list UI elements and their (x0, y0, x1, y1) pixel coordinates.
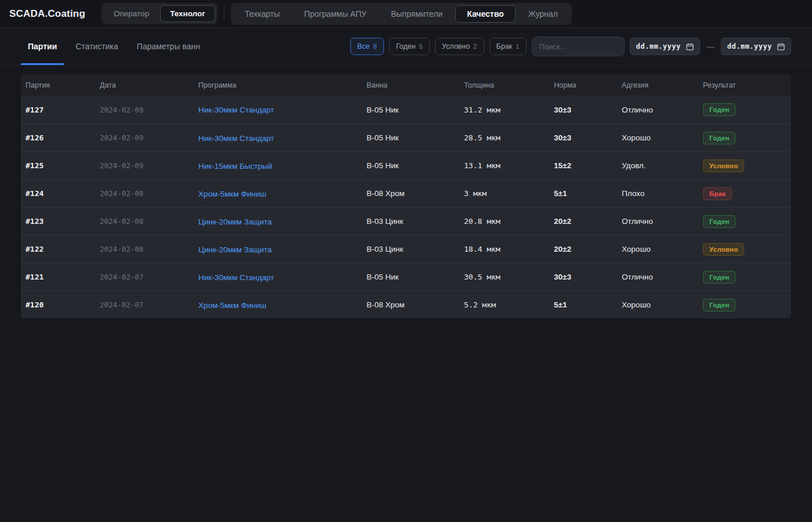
bath-name: В-08 Хром (367, 300, 464, 309)
program-link[interactable]: Ник-30мкм Стандарт (198, 106, 274, 114)
date-from-input[interactable]: dd.mm.yyyy (630, 38, 700, 55)
filter-reject-label: Брак (496, 42, 513, 50)
col-bath: Ванна (367, 81, 464, 89)
quality-subtabs: Партии Статистика Параметры ванн (21, 28, 212, 65)
tab-batches[interactable]: Партии (21, 28, 64, 65)
nav-apu-programs[interactable]: Программы АПУ (292, 5, 378, 23)
norm-value: 15±2 (554, 161, 622, 170)
adhesion-value: Хорошо (622, 133, 703, 142)
date-range-separator: — (705, 42, 716, 51)
batch-id: #120 (26, 300, 100, 309)
col-norm: Норма (554, 81, 622, 89)
thickness-value: 18.4 мкм (464, 245, 554, 253)
filter-pass-count: 5 (419, 43, 422, 50)
batch-date: 2024-02-09 (100, 161, 198, 170)
result-badge: Условно (703, 160, 744, 172)
filter-all-count: 8 (373, 43, 376, 50)
col-adhesion: Адгезия (622, 81, 703, 89)
batch-date: 2024-02-09 (100, 106, 198, 114)
thickness-value: 13.1 мкм (464, 161, 554, 170)
col-thickness: Толщина (464, 81, 554, 89)
thickness-value: 30.5 мкм (464, 273, 554, 281)
norm-value: 20±2 (554, 217, 622, 226)
batch-id: #123 (26, 217, 100, 226)
filter-controls: Все 8 Годен 5 Условно 2 Брак 1 dd.mm.yyy… (350, 28, 791, 65)
batch-id: #125 (26, 161, 100, 170)
batch-id: #126 (26, 133, 100, 142)
batch-id: #122 (26, 245, 100, 253)
program-link[interactable]: Цинк-20мкм Защита (198, 245, 271, 254)
topbar: SCADA.Coating Оператор Технолог Техкарты… (0, 0, 812, 28)
nav-techcards[interactable]: Техкарты (233, 5, 291, 23)
batch-date: 2024-02-09 (100, 133, 198, 142)
nav-journal[interactable]: Журнал (517, 5, 570, 23)
content: Партия Дата Программа Ванна Толщина Норм… (0, 74, 812, 318)
result-badge: Брак (703, 187, 732, 200)
calendar-icon (686, 43, 694, 50)
program-link[interactable]: Ник-30мкм Стандарт (198, 273, 274, 282)
program-link[interactable]: Ник-30мкм Стандарт (198, 134, 274, 143)
search-input[interactable] (532, 37, 625, 56)
filter-conditional-count: 2 (473, 43, 477, 50)
filter-all[interactable]: Все 8 (350, 38, 384, 55)
program-link[interactable]: Хром-5мкм Финиш (198, 301, 266, 310)
bath-name: В-08 Хром (367, 189, 464, 198)
batch-id: #124 (26, 189, 100, 198)
adhesion-value: Отлично (622, 273, 703, 281)
bath-name: В-05 Ник (367, 161, 464, 170)
bath-name: В-05 Ник (367, 133, 464, 142)
result-badge: Годен (703, 215, 735, 228)
tab-statistics[interactable]: Статистика (68, 28, 125, 65)
app-logo: SCADA.Coating (9, 8, 85, 20)
adhesion-value: Хорошо (622, 300, 703, 309)
norm-value: 30±3 (554, 273, 622, 281)
batch-date: 2024-02-08 (100, 217, 198, 226)
program-link[interactable]: Цинк-20мкм Защита (198, 217, 271, 226)
program-link[interactable]: Ник-15мкм Быстрый (198, 162, 272, 171)
batch-date: 2024-02-07 (100, 273, 198, 281)
date-to-value: dd.mm.yyyy (727, 42, 772, 50)
result-badge: Условно (703, 243, 744, 256)
table-row[interactable]: #126 2024-02-09 Ник-30мкм Стандарт В-05 … (21, 124, 791, 151)
col-date: Дата (100, 81, 198, 89)
norm-value: 20±2 (554, 245, 622, 253)
table-header: Партия Дата Программа Ванна Толщина Норм… (21, 74, 791, 96)
result-badge: Годен (703, 299, 735, 311)
filter-conditional-label: Условно (442, 42, 470, 50)
filter-pass-label: Годен (396, 42, 416, 50)
batches-table: Партия Дата Программа Ванна Толщина Норм… (21, 74, 791, 318)
toolbar: Партии Статистика Параметры ванн Все 8 Г… (0, 28, 812, 66)
batch-date: 2024-02-08 (100, 189, 198, 198)
table-row[interactable]: #124 2024-02-08 Хром-5мкм Финиш В-08 Хро… (21, 179, 791, 207)
table-row[interactable]: #127 2024-02-09 Ник-30мкм Стандарт В-05 … (21, 96, 791, 124)
nav-quality[interactable]: Качество (455, 5, 516, 23)
table-row[interactable]: #123 2024-02-08 Цинк-20мкм Защита В-03 Ц… (21, 207, 791, 235)
table-row[interactable]: #120 2024-02-07 Хром-5мкм Финиш В-08 Хро… (21, 291, 791, 318)
bath-name: В-03 Цинк (367, 217, 464, 226)
col-program: Программа (198, 81, 367, 89)
adhesion-value: Отлично (622, 106, 703, 114)
table-row[interactable]: #125 2024-02-09 Ник-15мкм Быстрый В-05 Н… (21, 151, 791, 179)
role-technologist-button[interactable]: Технолог (160, 5, 215, 22)
filter-reject[interactable]: Брак 1 (490, 38, 527, 55)
result-badge: Годен (703, 132, 735, 144)
tab-bath-parameters[interactable]: Параметры ванн (130, 28, 207, 65)
filter-reject-count: 1 (516, 43, 519, 50)
thickness-value: 28.5 мкм (464, 133, 554, 142)
filter-pass[interactable]: Годен 5 (389, 38, 430, 55)
thickness-value: 5.2 мкм (464, 300, 554, 309)
table-row[interactable]: #121 2024-02-07 Ник-30мкм Стандарт В-05 … (21, 263, 791, 291)
filter-all-label: Все (357, 42, 370, 50)
norm-value: 5±1 (554, 300, 622, 309)
batch-date: 2024-02-08 (100, 245, 198, 253)
adhesion-value: Удовл. (622, 161, 703, 170)
filter-conditional[interactable]: Условно 2 (435, 38, 484, 55)
role-switch: Оператор Технолог (102, 3, 217, 24)
calendar-icon (777, 43, 785, 50)
norm-value: 30±3 (554, 106, 622, 114)
nav-rectifiers[interactable]: Выпрямители (379, 5, 454, 23)
program-link[interactable]: Хром-5мкм Финиш (198, 190, 266, 198)
table-row[interactable]: #122 2024-02-08 Цинк-20мкм Защита В-03 Ц… (21, 235, 791, 263)
role-operator-button[interactable]: Оператор (104, 5, 159, 22)
date-to-input[interactable]: dd.mm.yyyy (721, 38, 791, 55)
